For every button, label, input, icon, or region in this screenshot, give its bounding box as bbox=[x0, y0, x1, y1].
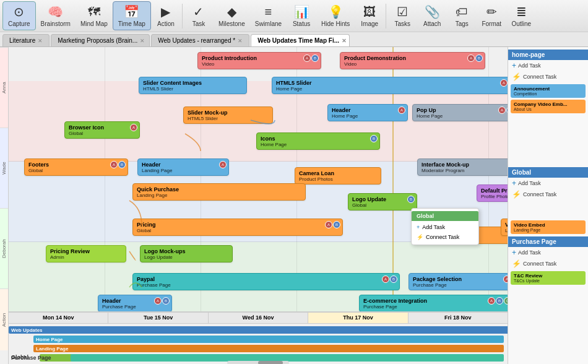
task-sub: Global bbox=[69, 131, 136, 136]
task-package-selection[interactable]: Package Selection Purchase Page A B bbox=[409, 273, 508, 290]
tool-tags[interactable]: 🏷 Tags bbox=[447, 2, 477, 30]
task-slider-content[interactable]: Slider Content Images HTML5 Slider bbox=[139, 77, 247, 94]
tab-marketing-close[interactable]: ✕ bbox=[140, 38, 145, 44]
tool-capture[interactable]: ⊙ Capture bbox=[2, 1, 36, 30]
tool-action[interactable]: ▶ Action bbox=[151, 2, 181, 30]
tool-hidehints[interactable]: 💡 Hide Hints bbox=[316, 2, 355, 30]
rp-connect-label: Connect Task bbox=[523, 261, 556, 267]
task-title: Header bbox=[332, 107, 404, 113]
rp-card-title: T&C Review bbox=[514, 273, 582, 279]
task-footers[interactable]: Footers Global A B bbox=[24, 158, 128, 176]
popup-add-task[interactable]: + Add Task bbox=[412, 222, 478, 232]
rp-card-company-video[interactable]: Company Video Emb... About Us bbox=[511, 100, 586, 113]
rp-add-task-purchase[interactable]: + Add Task bbox=[508, 247, 588, 258]
task-product-demonstration[interactable]: Product Demonstration Video A B bbox=[340, 52, 485, 69]
tool-outline[interactable]: ≣ Outline bbox=[506, 2, 536, 30]
gantt-label: Home Page bbox=[36, 337, 63, 342]
task-pricing[interactable]: Pricing Global A B bbox=[132, 219, 343, 236]
tool-tasks2[interactable]: ☑ Tasks bbox=[387, 2, 417, 30]
canvas: Anna Wade Deborah Action bbox=[0, 47, 588, 364]
tool-attach[interactable]: 📎 Attach bbox=[417, 2, 447, 30]
tab-webupdates-timemap[interactable]: Web Updates Time Map Fi... ✕ bbox=[251, 34, 350, 46]
tool-swimlane[interactable]: ≡ Swimlane bbox=[250, 2, 287, 30]
task-paypal[interactable]: Paypal Purchase Page A B bbox=[132, 273, 400, 290]
tab-marketing[interactable]: Marketing Proposals (Brain... ✕ bbox=[51, 34, 150, 46]
tool-timemap[interactable]: 📅 Time Map bbox=[113, 1, 151, 30]
avatar: A bbox=[488, 297, 495, 305]
task-popup[interactable]: Pop Up Home Page A B bbox=[412, 104, 508, 121]
task-sub: Landing Page bbox=[137, 193, 301, 198]
task-product-introduction[interactable]: Product Introduction Video A B bbox=[197, 52, 321, 69]
tool-timemap-label: Time Map bbox=[118, 20, 145, 27]
task-default-profile[interactable]: Default Profile Photo Designs Profile Ph… bbox=[477, 184, 508, 202]
task-pricing-review[interactable]: Pricing Review Admin bbox=[46, 245, 126, 262]
avatar: B bbox=[390, 275, 397, 283]
task-quick-purchase[interactable]: Quick Purchase Landing Page bbox=[132, 183, 306, 201]
tab-webupdates[interactable]: Web Updates - rearranged * ✕ bbox=[151, 34, 249, 46]
rp-card-video-embed[interactable]: Video Embed Landing Page bbox=[511, 220, 586, 234]
divider-2 bbox=[386, 4, 386, 28]
task-title: Slider Mock-up bbox=[188, 110, 269, 116]
task-sub: Landing Page bbox=[505, 228, 508, 233]
task-logo-mockups[interactable]: Logo Mock-ups Logo Update bbox=[140, 245, 233, 262]
task-slider-mockup[interactable]: Slider Mock-up HTML5 Slider bbox=[183, 106, 273, 124]
tab-timemap-close[interactable]: ✕ bbox=[342, 38, 347, 44]
rp-add-task-home[interactable]: + Add Task bbox=[508, 60, 588, 71]
task-video-embed[interactable]: Video Embed Landing Page bbox=[501, 219, 508, 236]
capture-icon: ⊙ bbox=[14, 4, 24, 19]
task-sub: Logo Update bbox=[144, 254, 228, 260]
task-sub: Profile Photos Infra... bbox=[481, 194, 508, 199]
divider-1 bbox=[182, 4, 183, 28]
tool-tags-label: Tags bbox=[456, 20, 469, 27]
rp-connect-task-purchase[interactable]: ⚡ Connect Task bbox=[508, 258, 588, 269]
rp-card-sub: Competition bbox=[514, 92, 582, 96]
task-ecommerce[interactable]: E-commerce Integration Purchase Page A B… bbox=[359, 295, 508, 312]
tab-webupdates-close[interactable]: ✕ bbox=[238, 38, 243, 44]
avatar: A bbox=[500, 79, 508, 87]
rp-section-global: Global bbox=[508, 167, 588, 178]
rp-spacer2 bbox=[508, 200, 588, 219]
rp-add-icon: + bbox=[512, 61, 516, 70]
task-icon: ✓ bbox=[193, 4, 204, 19]
task-avatars: A bbox=[500, 79, 508, 87]
rp-connect-task-home[interactable]: ⚡ Connect Task bbox=[508, 71, 588, 82]
tool-milestone[interactable]: ◆ Milestone bbox=[214, 2, 250, 30]
task-icons[interactable]: Icons Home Page B bbox=[256, 132, 380, 150]
task-browser-icon[interactable]: Browser Icon Global A bbox=[64, 121, 140, 139]
tool-mindmap[interactable]: 🗺 Mind Map bbox=[76, 2, 113, 30]
popup-connect-task[interactable]: ⚡ Connect Task bbox=[412, 232, 478, 242]
tab-literature-close[interactable]: ✕ bbox=[38, 38, 43, 44]
avatar: B bbox=[311, 54, 319, 62]
task-header-landing[interactable]: Header Landing Page A bbox=[137, 158, 229, 176]
task-title: Default Profile Photo Designs bbox=[481, 188, 508, 194]
tool-brainstorm[interactable]: 🧠 Brainstorm bbox=[36, 2, 76, 30]
task-title: Camera Loan bbox=[299, 170, 377, 176]
rp-card-announcement[interactable]: Announcement Competition bbox=[511, 84, 586, 98]
task-header-home[interactable]: Header Home Page A bbox=[327, 104, 408, 121]
tab-literature[interactable]: Literature ✕ bbox=[2, 34, 50, 46]
avatar: B bbox=[162, 297, 170, 305]
rp-connect-task-global[interactable]: ⚡ Connect Task bbox=[508, 189, 588, 200]
rp-card-tc-review[interactable]: T&C Review T&Cs Update bbox=[511, 271, 586, 285]
tab-marketing-label: Marketing Proposals (Brain... bbox=[58, 37, 137, 44]
task-avatars: A bbox=[398, 106, 405, 114]
tool-image[interactable]: 🖼 Image bbox=[355, 2, 384, 30]
task-html5-slider[interactable]: HTML5 Slider Home Page A bbox=[272, 77, 508, 94]
task-logo-update[interactable]: Logo Update Global B bbox=[348, 193, 417, 210]
task-title: E-commerce Integration bbox=[363, 298, 508, 304]
rp-add-task-global[interactable]: + Add Task bbox=[508, 178, 588, 189]
date-thu: Thu 17 Nov bbox=[308, 313, 408, 323]
scroll-thumb[interactable] bbox=[258, 361, 283, 364]
task-sub: Home Page bbox=[332, 113, 404, 119]
tool-status[interactable]: 📊 Status bbox=[287, 2, 316, 30]
tool-format[interactable]: ✏ Format bbox=[477, 2, 506, 30]
popup-title: Global bbox=[412, 211, 478, 221]
task-header-purchase[interactable]: Header Purchase Page A B bbox=[98, 295, 172, 312]
tool-task[interactable]: ✓ Task bbox=[184, 2, 214, 30]
task-camera-loan[interactable]: Camera Loan Product Photos bbox=[295, 167, 381, 184]
date-fri: Fri 18 Nov bbox=[409, 313, 508, 323]
task-sub: Video bbox=[202, 61, 317, 67]
scroll-track[interactable] bbox=[227, 361, 289, 364]
task-interface-mockup[interactable]: Interface Mock-up Moderator Program A bbox=[417, 158, 508, 176]
map-area[interactable]: Product Introduction Video A B Product D… bbox=[9, 47, 508, 364]
